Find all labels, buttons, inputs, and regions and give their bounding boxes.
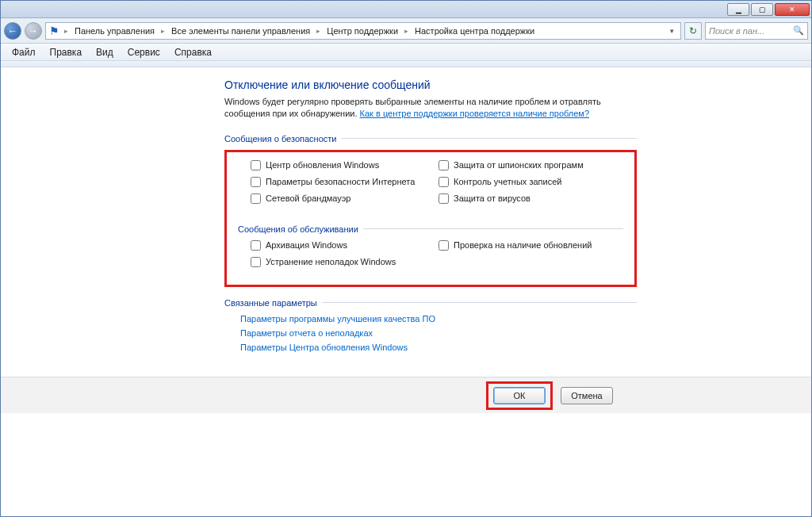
flag-icon: ⚑ (49, 25, 59, 37)
window-titlebar: ▁ ▢ ✕ (1, 1, 811, 18)
related-links: Параметры программы улучшения качества П… (224, 314, 637, 352)
chevron-right-icon: ▸ (401, 27, 412, 35)
divider (363, 228, 623, 229)
related-link-error-reporting[interactable]: Параметры отчета о неполадках (240, 328, 637, 338)
close-icon: ✕ (789, 6, 795, 13)
maintenance-checkbox-grid: Архивация Windows Проверка на наличие об… (235, 240, 626, 274)
checkbox-internet-security[interactable]: Параметры безопасности Интернета (251, 177, 423, 187)
close-button[interactable]: ✕ (775, 3, 810, 16)
checkbox-label: Защита от вирусов (454, 193, 530, 203)
checkbox-input[interactable] (251, 177, 261, 187)
help-link[interactable]: Как в центре поддержки проверяется налич… (360, 109, 589, 118)
checkbox-firewall[interactable]: Сетевой брандмауэр (251, 193, 423, 204)
search-icon: 🔍 (793, 25, 804, 36)
checkbox-label: Защита от шпионских программ (454, 160, 584, 170)
arrow-left-icon: ← (8, 25, 17, 36)
related-link-windows-update[interactable]: Параметры Центра обновления Windows (240, 343, 637, 352)
forward-button[interactable]: → (25, 22, 42, 40)
cancel-button[interactable]: Отмена (561, 387, 613, 404)
chevron-right-icon: ▸ (313, 27, 324, 35)
checkbox-uac[interactable]: Контроль учетных записей (439, 177, 611, 187)
divider (322, 302, 637, 303)
back-button[interactable]: ← (4, 22, 21, 40)
breadcrumb-item[interactable]: Панель управления (73, 25, 156, 37)
checkbox-windows-update[interactable]: Центр обновления Windows (251, 160, 423, 170)
page-description: Windows будет регулярно проверять выбран… (224, 96, 605, 120)
checkbox-label: Центр обновления Windows (266, 160, 379, 170)
checkbox-spyware[interactable]: Защита от шпионских программ (439, 160, 611, 170)
checkbox-input[interactable] (251, 240, 261, 251)
divider (341, 138, 637, 139)
page-title: Отключение или включение сообщений (224, 79, 637, 91)
address-bar[interactable]: ⚑ ▸ Панель управления ▸ Все элементы пан… (45, 22, 681, 40)
menu-help[interactable]: Справка (168, 45, 218, 59)
group-maintenance-title: Сообщения об обслуживании (238, 224, 358, 234)
breadcrumb-item[interactable]: Настройка центра поддержки (413, 25, 536, 37)
group-security-title: Сообщения о безопасности (224, 134, 336, 144)
checkbox-backup[interactable]: Архивация Windows (251, 240, 423, 251)
checkbox-antivirus[interactable]: Защита от вирусов (439, 193, 611, 204)
checkbox-label: Контроль учетных записей (454, 177, 561, 186)
group-related-title-row: Связанные параметры (224, 298, 637, 308)
toolbar-strip (1, 61, 811, 67)
checkbox-label: Устранение неполадок Windows (266, 257, 396, 266)
menu-file[interactable]: Файл (6, 45, 42, 59)
checkbox-input[interactable] (251, 257, 261, 267)
navigation-bar: ← → ⚑ ▸ Панель управления ▸ Все элементы… (1, 18, 811, 44)
checkbox-input[interactable] (439, 177, 449, 187)
checkbox-input[interactable] (439, 240, 449, 251)
checkbox-label: Архивация Windows (266, 240, 347, 250)
refresh-button[interactable]: ↻ (684, 22, 702, 40)
maximize-button[interactable]: ▢ (751, 3, 773, 16)
maximize-icon: ▢ (759, 6, 766, 13)
security-checkbox-grid: Центр обновления Windows Защита от шпион… (235, 160, 626, 210)
related-link-ceip[interactable]: Параметры программы улучшения качества П… (240, 314, 637, 324)
chevron-right-icon: ▸ (61, 27, 71, 35)
address-dropdown[interactable]: ▾ (667, 27, 677, 35)
ok-button[interactable]: ОК (493, 387, 546, 404)
breadcrumb-item[interactable]: Все элементы панели управления (170, 25, 312, 37)
menu-view[interactable]: Вид (90, 45, 120, 59)
group-related-title: Связанные параметры (224, 298, 317, 308)
checkbox-label: Проверка на наличие обновлений (454, 240, 592, 250)
footer-buttons: ОК Отмена (1, 377, 811, 413)
group-maintenance-title-row: Сообщения об обслуживании (235, 224, 626, 234)
menu-bar: Файл Правка Вид Сервис Справка (1, 44, 811, 61)
search-input[interactable]: Поиск в пан... 🔍 (705, 22, 808, 40)
menu-edit[interactable]: Правка (44, 45, 89, 59)
minimize-button[interactable]: ▁ (727, 3, 749, 16)
checkbox-label: Сетевой брандмауэр (266, 193, 350, 203)
content-area: Отключение или включение сообщений Windo… (1, 67, 811, 516)
checkbox-troubleshooting[interactable]: Устранение неполадок Windows (251, 257, 423, 267)
highlighted-settings-box: Центр обновления Windows Защита от шпион… (224, 150, 637, 287)
checkbox-input[interactable] (439, 160, 449, 170)
search-placeholder: Поиск в пан... (709, 26, 764, 36)
menu-tools[interactable]: Сервис (121, 45, 167, 59)
checkbox-label: Параметры безопасности Интернета (266, 177, 415, 186)
refresh-icon: ↻ (689, 25, 697, 36)
ok-highlight-box: ОК (486, 381, 553, 410)
chevron-right-icon: ▸ (158, 27, 168, 35)
checkbox-input[interactable] (439, 193, 449, 204)
checkbox-input[interactable] (251, 160, 261, 170)
minimize-icon: ▁ (736, 6, 741, 13)
checkbox-updates-check[interactable]: Проверка на наличие обновлений (439, 240, 611, 251)
breadcrumb-item[interactable]: Центр поддержки (325, 25, 400, 37)
checkbox-input[interactable] (251, 193, 261, 204)
group-security-title-row: Сообщения о безопасности (224, 134, 637, 144)
arrow-right-icon: → (29, 25, 38, 36)
